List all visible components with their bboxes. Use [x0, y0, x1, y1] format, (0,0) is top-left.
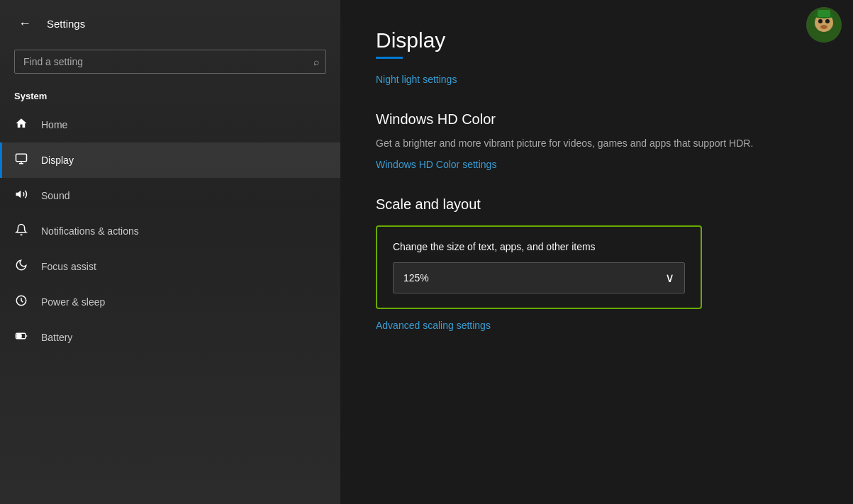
avatar-image	[806, 7, 842, 43]
hd-color-desc: Get a brighter and more vibrant picture …	[376, 136, 818, 151]
search-box[interactable]: ⌕	[14, 50, 326, 74]
section-label: System	[0, 85, 340, 107]
focus-assist-icon	[14, 259, 28, 274]
dropdown-chevron: ∨	[665, 270, 674, 286]
page-title: Display	[376, 28, 818, 52]
home-icon	[14, 117, 28, 133]
sidebar-header: ← Settings	[0, 0, 340, 47]
title-underline	[376, 57, 403, 59]
advanced-scaling-link[interactable]: Advanced scaling settings	[376, 320, 491, 331]
sidebar-item-battery[interactable]: Battery	[0, 320, 340, 355]
scale-label: Change the size of text, apps, and other…	[393, 241, 685, 252]
scale-box: Change the size of text, apps, and other…	[376, 225, 702, 309]
sound-icon	[14, 188, 28, 203]
sidebar-item-notifications[interactable]: Notifications & actions	[0, 213, 340, 249]
night-light-link[interactable]: Night light settings	[376, 74, 457, 85]
svg-point-13	[825, 19, 830, 23]
avatar	[806, 7, 842, 43]
sidebar-item-label: Home	[41, 119, 67, 130]
advanced-link-wrap: Advanced scaling settings	[376, 319, 818, 332]
svg-rect-16	[818, 10, 830, 17]
battery-icon	[14, 330, 28, 345]
hd-color-heading: Windows HD Color	[376, 111, 818, 128]
hd-color-link[interactable]: Windows HD Color settings	[376, 159, 496, 170]
sidebar-item-home[interactable]: Home	[0, 107, 340, 142]
svg-line-6	[21, 301, 23, 302]
sidebar-item-label: Sound	[41, 190, 69, 201]
sidebar-item-label: Focus assist	[41, 261, 96, 272]
nav-list: HomeDisplaySoundNotifications & actionsF…	[0, 107, 340, 355]
sidebar-item-label: Power & sleep	[41, 296, 105, 308]
svg-rect-0	[16, 154, 27, 162]
display-icon	[14, 152, 28, 168]
sidebar-item-label: Display	[41, 155, 74, 166]
scale-layout-heading: Scale and layout	[376, 196, 818, 213]
sidebar-item-label: Notifications & actions	[41, 225, 139, 237]
scale-dropdown[interactable]: 125% ∨	[393, 262, 685, 293]
svg-point-14	[820, 25, 827, 29]
svg-rect-9	[17, 335, 21, 338]
svg-marker-3	[16, 191, 21, 198]
sidebar-item-sound[interactable]: Sound	[0, 178, 340, 213]
sidebar: ← Settings ⌕ System HomeDisplaySoundNoti…	[0, 0, 340, 504]
settings-title: Settings	[47, 18, 85, 30]
search-icon: ⌕	[313, 56, 319, 67]
back-button[interactable]: ←	[14, 13, 35, 34]
main-content: Display Night light settings Windows HD …	[340, 0, 853, 504]
sidebar-item-display[interactable]: Display	[0, 142, 340, 178]
sidebar-item-label: Battery	[41, 332, 72, 343]
search-input[interactable]	[14, 50, 326, 74]
avatar-area	[806, 7, 842, 43]
scale-value: 125%	[403, 272, 429, 284]
svg-point-12	[818, 19, 823, 23]
back-icon: ←	[18, 16, 31, 31]
sidebar-item-focus-assist[interactable]: Focus assist	[0, 249, 340, 284]
notifications-icon	[14, 223, 28, 239]
sidebar-item-power-sleep[interactable]: Power & sleep	[0, 284, 340, 320]
power-sleep-icon	[14, 294, 28, 310]
